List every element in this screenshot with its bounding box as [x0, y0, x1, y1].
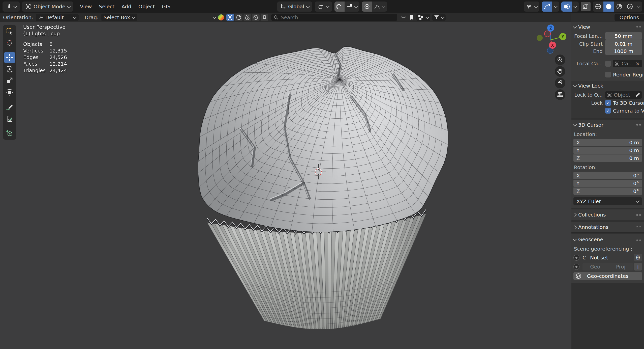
material-sphere-icon [616, 3, 623, 10]
tool-move[interactable] [4, 52, 15, 63]
cursor-location-x[interactable]: X0 m [573, 139, 642, 146]
overlays-dropdown[interactable] [572, 2, 579, 12]
arc-icon[interactable] [400, 15, 407, 20]
filter-dropdown[interactable] [432, 14, 446, 21]
panel-collections-header[interactable]: Collections [573, 211, 642, 219]
tool-rotate[interactable] [4, 64, 15, 75]
add-crs-button[interactable]: + [634, 263, 642, 271]
eyedropper-icon[interactable] [635, 93, 640, 97]
drag-dots-icon[interactable] [635, 214, 642, 216]
tool-add-cube[interactable] [4, 128, 15, 139]
tool-select-box[interactable] [4, 26, 15, 37]
options-button[interactable]: Options [615, 14, 644, 21]
cursor-location-z[interactable]: Z0 m [573, 154, 642, 162]
render-region-checkbox[interactable] [605, 72, 611, 77]
shading-rendered-button[interactable] [625, 2, 635, 12]
lock-to-3d-cursor-checkbox[interactable]: ✓ [605, 100, 611, 106]
gear-icon[interactable]: ⚙ [634, 254, 642, 261]
bookmark-icon[interactable] [409, 14, 414, 20]
drag-dots-icon[interactable] [635, 124, 642, 126]
pivot-point-dropdown[interactable] [315, 2, 332, 12]
filter-world-toggle[interactable] [252, 14, 260, 21]
mode-dropdown[interactable]: Object Mode [22, 2, 73, 12]
focal-length-field[interactable]: 50 mm [605, 32, 642, 40]
snap-target-dropdown[interactable] [345, 2, 359, 12]
cursor-rotation-z[interactable]: Z0° [573, 187, 642, 195]
camera-view-button[interactable] [555, 78, 565, 88]
shading-wireframe-button[interactable] [593, 2, 603, 12]
shading-solid-button[interactable] [603, 2, 614, 12]
proportional-editing-toggle[interactable] [362, 2, 372, 12]
menu-gis[interactable]: GIS [158, 4, 174, 10]
gizmo-axis-neg-x[interactable] [544, 31, 550, 37]
cursor-location-y[interactable]: Y0 m [573, 147, 642, 154]
object-mode-icon [25, 4, 31, 10]
filter-material-toggle[interactable] [235, 14, 242, 21]
transform-orientation-dropdown[interactable]: Global [277, 2, 312, 12]
gem-filter-icon[interactable] [218, 14, 224, 21]
tool-annotate[interactable] [4, 101, 15, 113]
panel-view-header[interactable]: View [573, 23, 642, 31]
tool-settings-bar: Orientation: Default Drag: Select Box [0, 13, 644, 22]
proj-button[interactable]: Proj [608, 263, 634, 271]
panel-geoscene-header[interactable]: Geoscene [573, 236, 642, 243]
filter-object-toggle[interactable] [226, 14, 234, 21]
show-overlays-toggle[interactable] [561, 2, 572, 12]
gizmo-axis-neg-y[interactable] [537, 35, 543, 41]
local-camera-field[interactable]: Ca... × [613, 60, 642, 67]
panel-3d-cursor-header[interactable]: 3D Cursor [573, 121, 642, 129]
clear-icon[interactable]: × [635, 61, 640, 67]
crs-radio[interactable] [573, 255, 579, 261]
menu-object[interactable]: Object [135, 4, 158, 10]
search-field[interactable] [271, 14, 397, 21]
ortho-grid-button[interactable] [555, 89, 565, 100]
chevron-down-icon[interactable] [212, 15, 217, 19]
drag-dropdown[interactable]: Select Box [101, 14, 137, 21]
cursor-rotation-y[interactable]: Y0° [573, 180, 642, 187]
toolbar [3, 25, 16, 140]
search-input[interactable] [280, 14, 395, 21]
tool-measure[interactable] [4, 113, 15, 124]
drag-dots-icon[interactable] [635, 238, 642, 241]
shading-material-button[interactable] [614, 2, 625, 12]
drag-dots-icon[interactable] [635, 226, 642, 228]
panel-collections: Collections [571, 209, 644, 220]
show-gizmo-toggle[interactable] [542, 2, 552, 12]
filter-texture-toggle[interactable] [243, 14, 251, 21]
pan-hand-button[interactable] [555, 66, 565, 77]
snap-toggle[interactable] [334, 2, 345, 12]
navigation-gizmo[interactable]: Z Y X [534, 24, 567, 56]
proportional-falloff-dropdown[interactable] [372, 2, 387, 12]
editor-type-button[interactable] [3, 2, 20, 12]
menu-view[interactable]: View [76, 4, 95, 10]
local-camera-checkbox[interactable] [605, 61, 611, 67]
drag-dots-icon[interactable] [635, 26, 642, 28]
shading-dropdown[interactable] [635, 2, 642, 12]
tool-cursor[interactable] [4, 37, 15, 48]
geo-button[interactable]: Geo [582, 263, 608, 271]
xray-toggle[interactable] [581, 2, 591, 11]
menu-add[interactable]: Add [118, 4, 135, 10]
lock-to-object-field[interactable]: Object [605, 91, 642, 99]
rotation-order-dropdown[interactable]: XYZ Euler [573, 197, 642, 205]
cursor-rotation-x[interactable]: X0° [573, 172, 642, 179]
display-mode-dropdown[interactable] [416, 14, 430, 21]
geo-coordinates-button[interactable]: Geo-coordinates [573, 272, 642, 280]
tool-transform[interactable] [4, 87, 15, 98]
visibility-dropdown[interactable] [524, 2, 539, 12]
orientation-dropdown[interactable]: Default [36, 14, 79, 21]
panel-view-lock-header[interactable]: View Lock [573, 82, 642, 90]
gizmo-dropdown[interactable] [552, 2, 559, 12]
clip-end-field[interactable]: 1000 m [605, 47, 642, 55]
panel-annotations-header[interactable]: Annotations [573, 223, 642, 231]
viewport-3d[interactable]: User Perspective (1) lights | cup Object… [0, 22, 571, 349]
zoom-button[interactable] [555, 55, 565, 65]
filter-brush-toggle[interactable] [261, 14, 268, 21]
menu-select[interactable]: Select [95, 4, 118, 10]
camera-to-view-checkbox[interactable]: ✓ [605, 108, 611, 114]
tool-scale[interactable] [4, 75, 15, 86]
geo-radio[interactable] [573, 264, 579, 270]
viewport-canvas[interactable] [0, 22, 571, 349]
clip-start-field[interactable]: 0.01 m [605, 40, 642, 47]
magnet-icon [336, 4, 343, 10]
